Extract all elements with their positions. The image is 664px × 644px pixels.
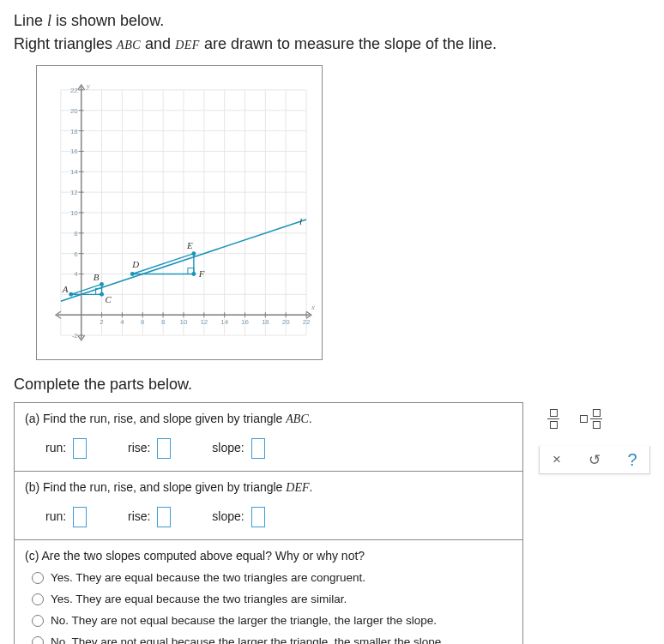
part-b-prompt: (b) Find the run, rise, and slope given …	[25, 480, 512, 495]
svg-text:10: 10	[180, 319, 188, 327]
svg-text:C: C	[106, 295, 112, 305]
part-a-prompt: (a) Find the run, rise, and slope given …	[25, 412, 512, 426]
coordinate-graph: 2 4 6 8 10 12 14 16 18 20 22 -2 2 4 6 8 …	[44, 73, 315, 352]
svg-text:l: l	[299, 216, 302, 226]
svg-text:20: 20	[70, 107, 78, 115]
part-c-prompt: (c) Are the two slopes computed above eq…	[25, 549, 512, 563]
slope-input-b[interactable]	[251, 507, 265, 527]
help-button[interactable]: ?	[624, 451, 641, 468]
undo-button[interactable]: ↺	[586, 451, 603, 468]
toolbox: × ↺ ?	[539, 404, 650, 474]
part-a: (a) Find the run, rise, and slope given …	[15, 403, 522, 471]
rise-label-b: rise:	[128, 509, 150, 523]
rise-input-a[interactable]	[157, 438, 171, 459]
slope-label-b: slope:	[212, 509, 244, 523]
graph-panel: 2 4 6 8 10 12 14 16 18 20 22 -2 2 4 6 8 …	[36, 65, 323, 360]
svg-text:22: 22	[303, 319, 311, 327]
svg-text:y: y	[86, 81, 90, 90]
run-label-a: run:	[45, 441, 66, 454]
mixed-fraction-button[interactable]	[580, 409, 602, 429]
svg-text:12: 12	[70, 189, 78, 196]
svg-text:16: 16	[241, 319, 249, 327]
prompt-line-2: Right triangles ABC and DEF are drawn to…	[14, 33, 650, 55]
radio-icon[interactable]	[32, 572, 44, 584]
svg-text:18: 18	[70, 128, 78, 135]
triangle-abc: ABC	[117, 38, 141, 51]
svg-text:20: 20	[282, 319, 290, 327]
fraction-button[interactable]	[547, 409, 559, 429]
svg-text:10: 10	[70, 209, 78, 217]
svg-text:F: F	[198, 269, 205, 280]
radio-icon[interactable]	[32, 615, 44, 627]
run-input-b[interactable]	[73, 507, 87, 527]
slope-input-a[interactable]	[251, 438, 265, 459]
svg-point-79	[69, 292, 73, 297]
svg-text:4: 4	[120, 319, 124, 327]
svg-point-81	[100, 292, 104, 297]
svg-text:2: 2	[100, 319, 104, 327]
svg-text:x: x	[311, 304, 315, 312]
svg-text:4: 4	[74, 271, 78, 279]
clear-button[interactable]: ×	[548, 451, 565, 468]
svg-text:12: 12	[200, 319, 208, 327]
svg-text:E: E	[186, 240, 193, 250]
svg-point-80	[100, 282, 104, 286]
rise-label-a: rise:	[128, 441, 150, 454]
svg-text:6: 6	[74, 250, 78, 258]
svg-text:14: 14	[70, 169, 78, 177]
svg-text:6: 6	[141, 319, 145, 327]
svg-text:D: D	[131, 259, 139, 269]
svg-text:22: 22	[70, 87, 78, 94]
svg-text:B: B	[94, 273, 100, 283]
option-2[interactable]: Yes. They are equal because the two tria…	[32, 593, 512, 605]
rise-input-b[interactable]	[157, 507, 171, 527]
svg-text:14: 14	[220, 319, 228, 327]
slope-label-a: slope:	[212, 441, 244, 454]
svg-text:A: A	[62, 285, 69, 295]
part-c: (c) Are the two slopes computed above eq…	[15, 539, 522, 644]
svg-point-88	[191, 272, 196, 276]
svg-text:18: 18	[262, 319, 269, 327]
option-2-label: Yes. They are equal because the two tria…	[51, 593, 347, 605]
subheading: Complete the parts below.	[14, 376, 650, 394]
svg-point-87	[191, 252, 196, 256]
svg-text:16: 16	[70, 148, 78, 156]
svg-text:8: 8	[161, 319, 166, 327]
svg-text:-2: -2	[72, 332, 79, 340]
part-b: (b) Find the run, rise, and slope given …	[15, 471, 522, 539]
prompt-line-1: Line l is shown below.	[14, 10, 650, 32]
questions-panel: (a) Find the run, rise, and slope given …	[14, 402, 523, 644]
option-4[interactable]: No. They are not equal because the large…	[32, 635, 512, 644]
option-1-label: Yes. They are equal because the two tria…	[51, 571, 365, 584]
option-3[interactable]: No. They are not equal because the large…	[32, 614, 512, 627]
option-4-label: No. They are not equal because the large…	[51, 635, 444, 644]
triangle-def: DEF	[175, 38, 200, 51]
svg-point-86	[130, 272, 135, 276]
option-3-label: No. They are not equal because the large…	[51, 614, 437, 627]
radio-icon[interactable]	[32, 593, 44, 605]
run-label-b: run:	[45, 509, 66, 523]
run-input-a[interactable]	[73, 438, 87, 459]
option-1[interactable]: Yes. They are equal because the two tria…	[32, 571, 512, 584]
radio-icon[interactable]	[32, 636, 44, 644]
svg-text:8: 8	[74, 230, 78, 238]
